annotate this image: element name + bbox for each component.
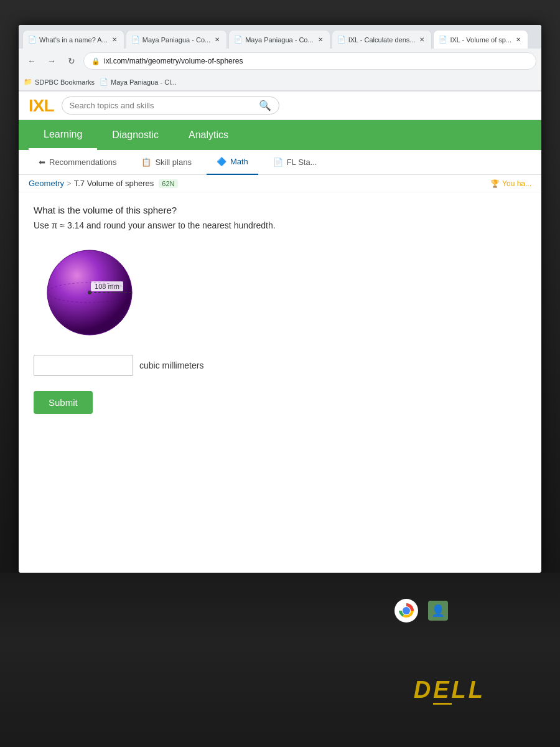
tab-4[interactable]: 📄 IXL - Calculate dens... ✕: [332, 30, 432, 49]
tab-1-label: What's in a name? A...: [39, 36, 108, 44]
sphere-svg: 108 mm: [40, 243, 139, 342]
trophy-icon: 🏆: [490, 179, 500, 188]
nav-analytics-label: Analytics: [189, 129, 228, 141]
submit-label: Submit: [49, 397, 78, 408]
tab-2-icon: 📄: [131, 35, 140, 44]
ixl-nav: Learning Diagnostic Analytics: [19, 120, 541, 150]
refresh-button[interactable]: ↻: [63, 53, 80, 69]
address-bar-row: ← → ↻ 🔒 ixl.com/math/geometry/volume-of-…: [19, 49, 541, 73]
answer-unit: cubic millimeters: [139, 360, 203, 370]
search-icon: 🔍: [259, 100, 271, 111]
breadcrumb-badge: 62N: [159, 179, 177, 188]
svg-point-9: [403, 607, 410, 614]
tab-1-icon: 📄: [28, 35, 37, 44]
tab-5-label: IXL - Volume of sp...: [450, 36, 511, 44]
subnav-skill-plans-label: Skill plans: [155, 157, 192, 167]
address-text: ixl.com/math/geometry/volume-of-spheres: [104, 57, 243, 65]
breadcrumb-parent[interactable]: Geometry: [29, 179, 64, 188]
bookmark-maya-label: Maya Paniagua - Cl...: [111, 78, 177, 86]
fl-sta-icon: 📄: [273, 157, 283, 167]
bookmarks-bar: 📁 SDPBC Bookmarks 📄 Maya Paniagua - Cl..…: [19, 73, 541, 91]
ixl-app: IXL 🔍 Learning Diagnostic Analytics: [19, 92, 541, 573]
nav-analytics[interactable]: Analytics: [174, 120, 243, 150]
you-have-badge: 🏆 You ha...: [490, 179, 531, 188]
screen-area: 📄 What's in a name? A... ✕ 📄 Maya Paniag…: [19, 25, 541, 573]
forward-icon: →: [47, 56, 56, 66]
sphere-container: 108 mm: [40, 243, 139, 342]
ixl-subnav: ⬅ Recommendations 📋 Skill plans 🔷 Math 📄…: [19, 150, 541, 175]
tab-3-icon: 📄: [234, 35, 243, 44]
tab-3[interactable]: 📄 Maya Paniagua - Co... ✕: [228, 30, 330, 49]
nav-diagnostic[interactable]: Diagnostic: [97, 120, 174, 150]
ixl-logo: IXL: [29, 97, 54, 115]
subnav-fl-sta[interactable]: 📄 FL Sta...: [263, 150, 327, 175]
instruction-text: Use π ≈ 3.14 and round your answer to th…: [34, 220, 526, 230]
bookmark-folder-icon: 📁: [24, 78, 32, 86]
subnav-recommendations[interactable]: ⬅ Recommendations: [29, 150, 126, 175]
tab-1[interactable]: 📄 What's in a name? A... ✕: [22, 30, 124, 49]
bookmark-doc-icon: 📄: [100, 78, 108, 86]
dell-logo: DELL: [414, 677, 485, 703]
tab-3-label: Maya Paniagua - Co...: [245, 36, 313, 44]
tab-4-icon: 📄: [337, 35, 346, 44]
laptop-base: 👤 DELL: [0, 573, 560, 747]
lock-icon: 🔒: [91, 57, 100, 65]
subnav-math-label: Math: [230, 157, 248, 166]
skill-plans-icon: 📋: [141, 157, 151, 167]
tab-5-close[interactable]: ✕: [514, 35, 523, 44]
tab-5-icon: 📄: [439, 35, 447, 44]
nav-diagnostic-label: Diagnostic: [112, 129, 159, 141]
nav-learning-label: Learning: [44, 129, 82, 140]
tab-2-close[interactable]: ✕: [213, 35, 222, 44]
search-input[interactable]: [70, 101, 254, 110]
tab-4-close[interactable]: ✕: [418, 35, 426, 44]
refresh-icon: ↻: [68, 56, 75, 66]
taskbar-area: 👤: [394, 599, 448, 622]
logo-xl: XL: [33, 96, 54, 115]
breadcrumb-left: Geometry > T.7 Volume of spheres 62N: [29, 179, 178, 188]
you-have-text: You ha...: [502, 179, 531, 188]
svg-point-2: [88, 291, 91, 294]
math-icon: 🔷: [217, 157, 226, 166]
answer-input[interactable]: [34, 355, 133, 376]
user-icon: 👤: [431, 604, 445, 618]
tab-5[interactable]: 📄 IXL - Volume of sp... ✕: [433, 30, 528, 49]
bookmark-sdpbc[interactable]: 📁 SDPBC Bookmarks: [24, 78, 95, 86]
tab-2[interactable]: 📄 Maya Paniagua - Co... ✕: [126, 30, 227, 49]
ixl-search-bar[interactable]: 🔍: [62, 96, 279, 115]
answer-row: cubic millimeters: [34, 355, 526, 376]
subnav-math[interactable]: 🔷 Math: [207, 150, 258, 175]
ixl-header: IXL 🔍: [19, 92, 541, 120]
subnav-skill-plans[interactable]: 📋 Skill plans: [131, 150, 202, 175]
tab-2-label: Maya Paniagua - Co...: [142, 36, 210, 44]
breadcrumb-current: T.7 Volume of spheres: [74, 179, 154, 188]
tab-3-close[interactable]: ✕: [316, 35, 325, 44]
forward-button[interactable]: →: [44, 53, 60, 69]
user-taskbar-icon[interactable]: 👤: [428, 601, 448, 621]
nav-learning[interactable]: Learning: [29, 120, 97, 150]
submit-button[interactable]: Submit: [34, 391, 93, 414]
logo-i: I: [29, 96, 33, 115]
breadcrumb-separator: >: [67, 179, 72, 188]
browser-chrome: 📄 What's in a name? A... ✕ 📄 Maya Paniag…: [19, 25, 541, 92]
bookmark-maya[interactable]: 📄 Maya Paniagua - Cl...: [100, 78, 177, 86]
breadcrumb-bar: Geometry > T.7 Volume of spheres 62N 🏆 Y…: [19, 175, 541, 192]
tab-4-label: IXL - Calculate dens...: [348, 36, 416, 44]
question-text: What is the volume of this sphere?: [34, 205, 526, 215]
chrome-taskbar-icon[interactable]: [394, 599, 418, 622]
tab-bar: 📄 What's in a name? A... ✕ 📄 Maya Paniag…: [19, 25, 541, 49]
back-icon: ←: [27, 56, 36, 66]
laptop-frame: 📄 What's in a name? A... ✕ 📄 Maya Paniag…: [0, 0, 560, 747]
subnav-fl-sta-label: FL Sta...: [287, 157, 317, 167]
tab-1-close[interactable]: ✕: [110, 35, 119, 44]
bookmark-sdpbc-label: SDPBC Bookmarks: [35, 78, 95, 86]
back-button[interactable]: ←: [24, 53, 40, 69]
address-bar[interactable]: 🔒 ixl.com/math/geometry/volume-of-sphere…: [83, 52, 536, 70]
subnav-recommendations-label: Recommendations: [49, 157, 116, 167]
recommendations-icon: ⬅: [39, 157, 45, 167]
main-content: What is the volume of this sphere? Use π…: [19, 192, 541, 426]
